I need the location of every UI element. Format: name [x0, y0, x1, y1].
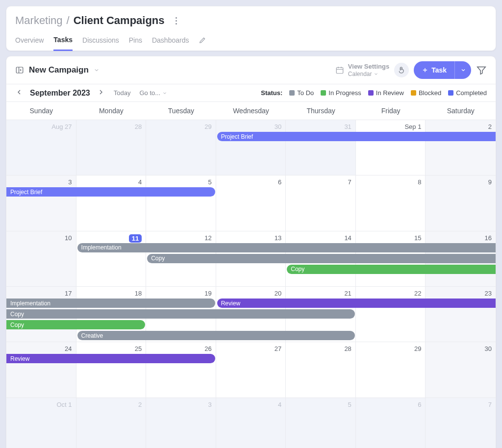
event-bar[interactable]: Copy	[287, 265, 496, 274]
tab-discussions[interactable]: Discussions	[82, 32, 119, 50]
calendar-cell[interactable]: 8	[356, 175, 426, 231]
calendar-cell[interactable]: 25	[76, 342, 147, 398]
prev-month-button[interactable]	[15, 88, 23, 98]
calendar-cell[interactable]: 5	[286, 398, 356, 448]
calendar-cell[interactable]: Oct 1	[6, 398, 76, 448]
calendar-cell[interactable]: 28	[286, 342, 356, 398]
date-label: 12	[150, 234, 212, 242]
calendar-cell[interactable]: 23	[426, 287, 496, 342]
calendar-cell[interactable]: 2	[76, 398, 147, 448]
calendar-cell[interactable]: 29	[356, 342, 426, 398]
calendar-cell[interactable]: 5	[146, 175, 216, 231]
chevron-down-icon	[162, 91, 167, 96]
calendar-grid: Aug 2728293031Sep 1234567891011121314151…	[6, 120, 496, 448]
today-button[interactable]: Today	[114, 89, 131, 97]
event-bar[interactable]: Review	[6, 354, 215, 363]
event-bar[interactable]: Copy	[147, 254, 496, 263]
tab-overview[interactable]: Overview	[15, 32, 44, 50]
calendar-cell[interactable]: 30	[216, 120, 286, 175]
filter-button[interactable]	[476, 65, 487, 75]
add-task-dropdown[interactable]	[454, 61, 471, 79]
date-label: 5	[150, 178, 212, 186]
edit-tabs-button[interactable]	[199, 32, 206, 50]
date-label: 6	[220, 178, 282, 186]
panel-layout-icon[interactable]	[15, 66, 24, 75]
date-label: 22	[360, 290, 422, 297]
status-blocked: Blocked	[411, 89, 441, 97]
view-settings-button[interactable]: View Settings Calendar	[335, 63, 389, 77]
pointer-button[interactable]	[394, 63, 409, 77]
dots-vertical-icon	[176, 20, 177, 22]
date-label: 15	[360, 234, 422, 242]
event-bar[interactable]: Project Brief	[217, 132, 496, 141]
calendar-cell[interactable]: 10	[6, 231, 76, 287]
event-bar[interactable]: Creative	[77, 331, 355, 340]
date-label: 16	[429, 234, 492, 242]
calendar-cell[interactable]: 2	[426, 120, 496, 175]
tab-dashboards[interactable]: Dashboards	[152, 32, 189, 50]
dow-label: Monday	[76, 102, 147, 120]
breadcrumb-parent[interactable]: Marketing	[15, 14, 63, 27]
calendar-cell[interactable]: 24	[6, 342, 76, 398]
calendar-cell[interactable]: 22	[356, 287, 426, 342]
date-label: 4	[80, 178, 142, 186]
calendar-cell[interactable]: 6	[216, 175, 286, 231]
date-label: 28	[80, 123, 142, 130]
date-label: 3	[10, 178, 72, 186]
event-bar[interactable]: Implementation	[77, 243, 496, 252]
calendar-icon	[335, 66, 344, 75]
tabs: OverviewTasksDiscussionsPinsDashboards	[6, 30, 496, 50]
next-month-button[interactable]	[97, 88, 105, 98]
calendar-cell[interactable]: 7	[426, 398, 496, 448]
date-label: 23	[429, 290, 492, 297]
calendar-cell[interactable]: 28	[76, 120, 147, 175]
calendar-subtoolbar: September 2023 Today Go to... Status: To…	[6, 84, 496, 102]
calendar-cell[interactable]: 30	[426, 342, 496, 398]
event-bar[interactable]: Copy	[6, 320, 145, 329]
calendar-cell[interactable]: 3	[146, 398, 216, 448]
page-header: Marketing / Client Campaigns OverviewTas…	[6, 6, 496, 51]
calendar-cell[interactable]: 7	[286, 175, 356, 231]
status-legend: Status: To DoIn ProgressIn ReviewBlocked…	[261, 89, 487, 97]
calendar-cell[interactable]: 4	[76, 175, 147, 231]
calendar-cell[interactable]: 6	[356, 398, 426, 448]
calendar-cell[interactable]: 9	[426, 175, 496, 231]
add-task-button[interactable]: Task	[414, 61, 471, 79]
event-bar[interactable]: Review	[217, 299, 496, 308]
calendar-cell[interactable]: 29	[146, 120, 216, 175]
calendar-cell[interactable]: 3	[6, 175, 76, 231]
breadcrumb-current: Client Campaigns	[74, 14, 165, 27]
calendar-cell[interactable]: 4	[216, 398, 286, 448]
calendar-cell[interactable]: 26	[146, 342, 216, 398]
date-label: 5	[290, 401, 351, 408]
date-label: 25	[80, 345, 142, 352]
event-bar[interactable]: Copy	[6, 309, 355, 319]
dow-label: Sunday	[6, 102, 76, 120]
calendar-cell[interactable]: Sep 1	[356, 120, 426, 175]
date-label: 26	[150, 345, 212, 352]
calendar-cell[interactable]: 11	[76, 231, 147, 287]
date-label: 20	[220, 290, 282, 297]
calendar-cell[interactable]: 27	[216, 342, 286, 398]
current-period: September 2023	[30, 89, 90, 98]
pointer-icon	[398, 66, 405, 74]
date-label: 29	[360, 345, 422, 352]
date-label: 3	[150, 401, 212, 408]
event-bar[interactable]: Implementation	[6, 299, 215, 308]
calendar-cell[interactable]: 31	[286, 120, 356, 175]
page-menu-button[interactable]	[171, 15, 182, 26]
date-label: 6	[360, 401, 422, 408]
date-label: 27	[220, 345, 282, 352]
date-label: 17	[10, 290, 72, 297]
date-label: Sep 1	[360, 123, 422, 130]
goto-button[interactable]: Go to...	[139, 89, 167, 97]
view-name[interactable]: New Campaign	[29, 65, 89, 75]
date-label: 30	[220, 123, 282, 130]
view-name-chevron-icon[interactable]	[94, 67, 100, 73]
tab-tasks[interactable]: Tasks	[53, 32, 73, 51]
calendar-cell[interactable]: Aug 27	[6, 120, 76, 175]
date-label: 2	[429, 123, 492, 130]
date-label: 28	[290, 345, 351, 352]
tab-pins[interactable]: Pins	[129, 32, 142, 50]
event-bar[interactable]: Project Brief	[6, 187, 215, 197]
